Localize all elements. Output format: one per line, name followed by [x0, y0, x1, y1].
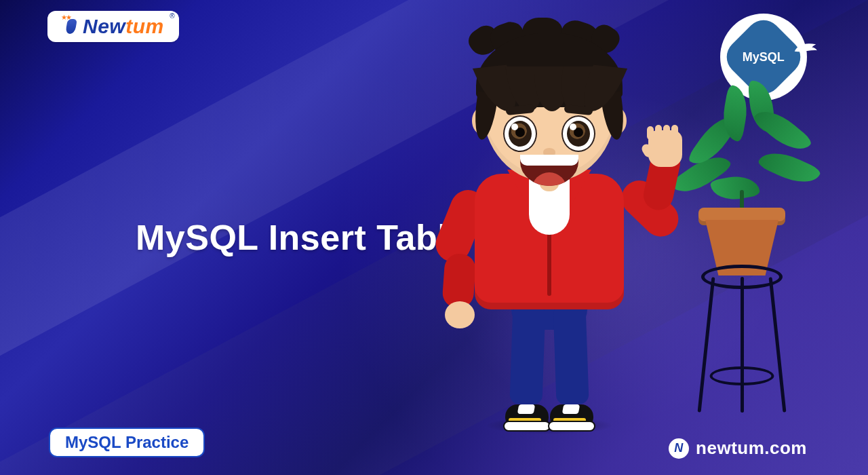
- page-title: MySQL Insert Table: [136, 217, 468, 258]
- newtum-logo-text: Newtum: [83, 15, 164, 38]
- thumbnail-canvas: ★★ Newtum ® MySQL MySQL Insert Table: [0, 0, 868, 475]
- registered-mark: ®: [170, 12, 174, 20]
- site-url: N newtum.com: [669, 438, 807, 459]
- mysql-dolphin-icon: [793, 41, 818, 54]
- domain-text: newtum.com: [696, 438, 807, 459]
- newtum-logo-badge: ★★ Newtum ®: [47, 11, 179, 42]
- mysql-label: MySQL: [743, 50, 785, 64]
- mini-logo-icon: N: [669, 438, 689, 459]
- plant-illustration: [674, 136, 810, 421]
- newtum-logo-mark-icon: ★★: [62, 16, 81, 37]
- category-tag: MySQL Practice: [49, 428, 205, 457]
- mascot-boy-illustration: [434, 52, 665, 432]
